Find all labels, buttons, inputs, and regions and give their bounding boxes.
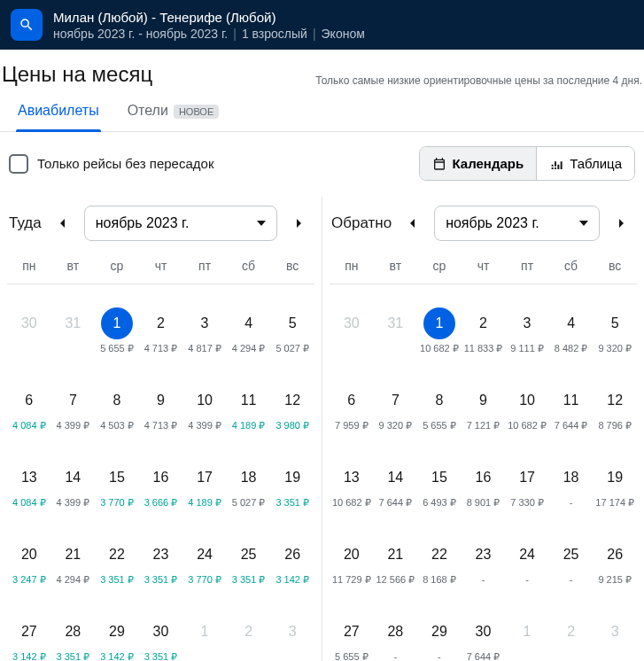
day-number: 11 [555, 385, 587, 416]
calendar-day[interactable]: 168 901 ₽ [462, 439, 506, 516]
day-number: 5 [599, 307, 631, 339]
weekday-header: сб [549, 259, 594, 273]
calendar-day[interactable]: 104 399 ₽ [182, 362, 227, 439]
calendar-day[interactable]: 174 189 ₽ [182, 439, 227, 516]
day-number: 14 [57, 462, 89, 494]
view-calendar-button[interactable]: Календарь [420, 147, 537, 180]
calendar-day[interactable]: 1010 682 ₽ [505, 362, 549, 439]
return-month-select[interactable]: ноябрь 2023 г. [434, 206, 600, 241]
calendar-day[interactable]: 44 294 ₽ [227, 284, 271, 362]
calendar-day[interactable]: 123 980 ₽ [270, 362, 314, 439]
calendar-day[interactable]: 24- [505, 516, 549, 593]
calendar-day[interactable]: 84 503 ₽ [95, 362, 139, 439]
calendar-day[interactable]: 97 121 ₽ [462, 362, 506, 439]
day-number: 7 [57, 385, 89, 416]
view-table-button[interactable]: Таблица [536, 147, 634, 180]
calendar-day[interactable]: 28- [374, 593, 418, 661]
day-number: 26 [276, 539, 308, 571]
day-number: 4 [233, 307, 265, 339]
day-number: 10 [189, 385, 221, 416]
day-price: 4 399 ₽ [51, 497, 96, 509]
calendar-day[interactable]: 203 247 ₽ [7, 516, 51, 593]
calendar-day[interactable]: 79 320 ₽ [374, 362, 418, 439]
calendar-day[interactable]: 293 142 ₽ [95, 593, 139, 661]
search-button[interactable] [11, 9, 43, 41]
calendar-day[interactable]: 185 027 ₽ [227, 439, 271, 516]
day-price: 5 027 ₽ [227, 497, 271, 509]
calendar-day[interactable]: 29- [417, 593, 462, 661]
calendar-day[interactable]: 193 351 ₽ [270, 439, 314, 516]
calendar-day[interactable]: 94 713 ₽ [139, 362, 183, 439]
calendar-day[interactable]: 85 655 ₽ [417, 362, 462, 439]
calendar-day[interactable]: 283 351 ₽ [51, 593, 96, 661]
calendar-day: 3 [593, 593, 637, 661]
calendar-day[interactable]: 48 482 ₽ [549, 284, 594, 362]
calendar-day[interactable]: 2112 566 ₽ [374, 516, 418, 593]
search-summary[interactable]: Милан (Любой) - Тенерифе (Любой) ноябрь … [53, 10, 365, 41]
calendar-day[interactable]: 2011 729 ₽ [330, 516, 374, 593]
day-price: 9 111 ₽ [505, 343, 549, 354]
calendar-day[interactable]: 253 351 ₽ [227, 516, 271, 593]
calendar-day[interactable]: 34 817 ₽ [182, 284, 227, 362]
day-price: 3 770 ₽ [182, 574, 227, 586]
calendar-day[interactable]: 228 168 ₽ [417, 516, 462, 593]
next-month-button[interactable] [284, 209, 313, 237]
calendar-day[interactable]: 156 493 ₽ [417, 439, 462, 516]
calendar-day[interactable]: 1917 174 ₽ [593, 439, 637, 516]
calendar-day[interactable]: 23- [462, 516, 506, 593]
calendar-day[interactable]: 134 084 ₽ [7, 439, 51, 516]
calendar-day[interactable]: 214 294 ₽ [51, 516, 96, 593]
calendar-day[interactable]: 110 682 ₽ [417, 284, 462, 362]
direct-only-checkbox[interactable]: Только рейсы без пересадок [9, 154, 213, 174]
calendar-day[interactable]: 39 111 ₽ [505, 284, 549, 362]
day-price: 4 713 ₽ [139, 343, 183, 354]
calendar-day[interactable]: 269 215 ₽ [593, 516, 637, 593]
day-price: 9 215 ₽ [593, 574, 637, 586]
calendar-day[interactable]: 263 142 ₽ [270, 516, 314, 593]
day-price: 4 399 ₽ [51, 420, 96, 432]
day-number: 10 [511, 385, 543, 416]
prev-month-button[interactable] [49, 209, 77, 237]
calendar-day[interactable]: 273 142 ₽ [7, 593, 51, 661]
tab-hotels[interactable]: ОтелиНОВОЕ [126, 103, 221, 131]
day-price: 3 142 ₽ [7, 651, 51, 661]
outbound-month-select[interactable]: ноябрь 2023 г. [84, 206, 277, 241]
calendar-day: 1 [505, 593, 549, 661]
calendar-day[interactable]: 15 655 ₽ [95, 284, 139, 362]
calendar-day[interactable]: 67 959 ₽ [330, 362, 374, 439]
calendar-day[interactable]: 25- [549, 516, 594, 593]
next-month-button[interactable] [607, 209, 635, 237]
calendar-day[interactable]: 55 027 ₽ [270, 284, 314, 362]
calendar-day[interactable]: 275 655 ₽ [330, 593, 374, 661]
calendar-day[interactable]: 163 666 ₽ [139, 439, 183, 516]
calendar-day[interactable]: 177 330 ₽ [505, 439, 549, 516]
calendar-day[interactable]: 24 713 ₽ [139, 284, 183, 362]
day-number: 23 [467, 539, 499, 571]
day-price: 10 682 ₽ [505, 420, 549, 432]
calendar-day[interactable]: 233 351 ₽ [139, 516, 183, 593]
calendar-day[interactable]: 74 399 ₽ [51, 362, 96, 439]
calendar-day[interactable]: 303 351 ₽ [139, 593, 183, 661]
calendar-day[interactable]: 307 644 ₽ [462, 593, 506, 661]
day-price: 5 655 ₽ [95, 343, 139, 354]
prev-month-button[interactable] [399, 209, 427, 237]
calendar-day[interactable]: 144 399 ₽ [51, 439, 96, 516]
calendar-day[interactable]: 223 351 ₽ [95, 516, 139, 593]
day-number: 21 [379, 539, 411, 571]
calendar-day[interactable]: 1310 682 ₽ [330, 439, 374, 516]
tab-flights[interactable]: Авиабилеты [16, 103, 101, 131]
day-number: 17 [511, 462, 543, 494]
calendar-day: 30 [330, 284, 374, 362]
day-number: 13 [13, 462, 45, 494]
calendar-day[interactable]: 243 770 ₽ [182, 516, 227, 593]
calendar-day[interactable]: 117 644 ₽ [549, 362, 594, 439]
day-number: 1 [423, 307, 455, 339]
calendar-day[interactable]: 128 796 ₽ [593, 362, 637, 439]
calendar-day[interactable]: 211 833 ₽ [462, 284, 506, 362]
calendar-day[interactable]: 147 644 ₽ [374, 439, 418, 516]
calendar-day[interactable]: 18- [549, 439, 594, 516]
calendar-day[interactable]: 153 770 ₽ [95, 439, 139, 516]
calendar-day[interactable]: 64 084 ₽ [7, 362, 51, 439]
calendar-day[interactable]: 59 320 ₽ [593, 284, 637, 362]
calendar-day[interactable]: 114 189 ₽ [227, 362, 271, 439]
